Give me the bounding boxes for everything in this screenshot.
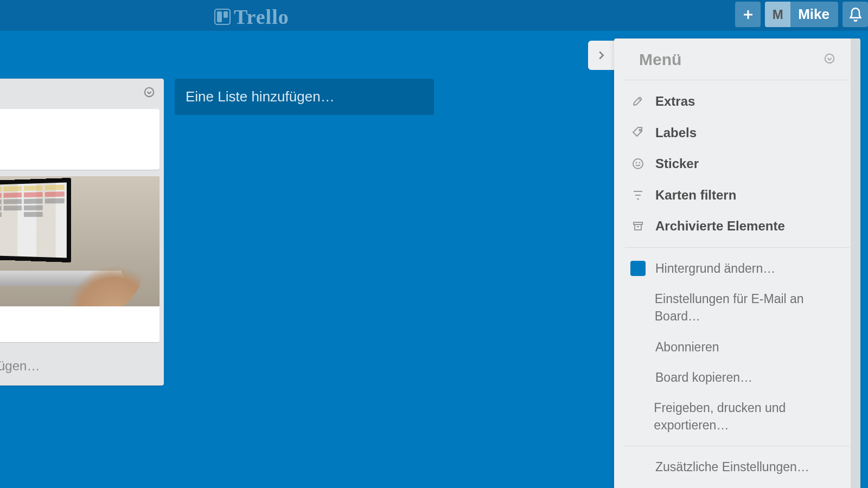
archive-icon — [630, 219, 646, 234]
menu-item-label: Freigeben, drucken und exportieren… — [654, 399, 844, 434]
menu-item-label: Einstellungen für E-Mail an Board… — [655, 290, 844, 325]
menu-item-filter-cards[interactable]: Karten filtern — [625, 179, 850, 211]
rocket-icon — [630, 94, 646, 109]
menu-section-settings: Hintergrund ändern… Einstellungen für E-… — [625, 248, 850, 446]
user-name: Mike — [790, 6, 829, 23]
board-menu-title: Menü — [639, 50, 681, 69]
menu-item-close-board[interactable]: Board schließen… — [625, 482, 850, 488]
menu-item-label: Abonnieren — [655, 338, 719, 356]
menu-item-extras[interactable]: Extras — [625, 86, 850, 117]
list-menu-button[interactable] — [143, 86, 155, 100]
menu-item-email-settings[interactable]: Einstellungen für E-Mail an Board… — [625, 284, 850, 331]
add-card-button[interactable]: zufügen… — [0, 349, 164, 386]
chevron-circle-down-icon — [143, 86, 155, 98]
menu-item-label: Labels — [655, 124, 697, 142]
menu-item-label: Hintergrund ändern… — [655, 260, 775, 277]
user-menu-button[interactable]: M Mike — [765, 2, 838, 27]
smile-icon — [630, 156, 646, 171]
card[interactable] — [0, 109, 159, 170]
tag-icon — [630, 125, 646, 140]
menu-item-subscribe[interactable]: Abonnieren — [625, 332, 850, 362]
menu-item-label: Karten filtern — [655, 186, 736, 204]
menu-item-stickers[interactable]: Sticker — [625, 148, 850, 179]
avatar: M — [765, 2, 790, 27]
menu-section-primary: Extras Labels Sticker Karten filtern Arc… — [625, 80, 850, 248]
card-cover-image — [0, 176, 159, 306]
add-card-label: zufügen… — [0, 358, 40, 373]
svg-point-4 — [636, 162, 637, 163]
board-menu-more-button[interactable] — [824, 53, 835, 67]
chevron-circle-down-icon — [824, 53, 835, 65]
menu-item-archived[interactable]: Archivierte Elemente — [625, 210, 850, 242]
menu-item-label: Board kopieren… — [655, 369, 752, 386]
filter-icon — [630, 188, 646, 203]
list-header — [0, 84, 164, 109]
list: zufügen… — [0, 79, 164, 386]
menu-item-share-print-export[interactable]: Freigeben, drucken und exportieren… — [625, 393, 850, 440]
menu-item-label: Zusätzliche Einstellungen… — [655, 458, 809, 476]
board-menu-header: Menü — [625, 38, 850, 80]
header-right: M Mike — [735, 2, 868, 27]
app-header: Trello M Mike — [0, 0, 868, 31]
svg-point-1 — [825, 54, 834, 63]
logo-mark-icon — [214, 9, 231, 25]
logo-word: Trello — [234, 5, 289, 29]
svg-point-2 — [640, 130, 641, 131]
add-list-label: Eine Liste hinzufügen… — [186, 88, 335, 105]
menu-section-more: Zusätzliche Einstellungen… Board schließ… — [625, 446, 850, 488]
bell-icon — [848, 7, 863, 22]
plus-icon — [742, 8, 755, 21]
menu-item-labels[interactable]: Labels — [625, 117, 850, 149]
menu-item-label: Archivierte Elemente — [655, 217, 785, 235]
create-button[interactable] — [735, 2, 761, 27]
menu-toggle-button[interactable] — [588, 41, 614, 70]
notifications-button[interactable] — [843, 2, 868, 27]
logo[interactable]: Trello — [214, 5, 289, 29]
svg-point-3 — [633, 159, 643, 169]
add-list-button[interactable]: Eine Liste hinzufügen… — [175, 79, 434, 115]
svg-point-0 — [145, 88, 154, 97]
card-with-image[interactable] — [0, 176, 159, 342]
svg-point-5 — [640, 162, 640, 163]
chevron-right-icon — [595, 49, 607, 61]
menu-item-label: Extras — [655, 92, 695, 111]
menu-item-copy-board[interactable]: Board kopieren… — [625, 362, 850, 393]
menu-item-label: Sticker — [655, 155, 699, 173]
board-menu-panel: Menü Extras Labels Sticker Karten filter… — [614, 38, 860, 488]
menu-item-additional-settings[interactable]: Zusätzliche Einstellungen… — [625, 452, 850, 482]
board: zufügen… Eine Liste hinzufügen… Menü Ext… — [0, 31, 868, 488]
color-swatch-icon — [630, 261, 646, 276]
menu-item-change-background[interactable]: Hintergrund ändern… — [625, 253, 850, 284]
svg-rect-6 — [634, 222, 642, 224]
